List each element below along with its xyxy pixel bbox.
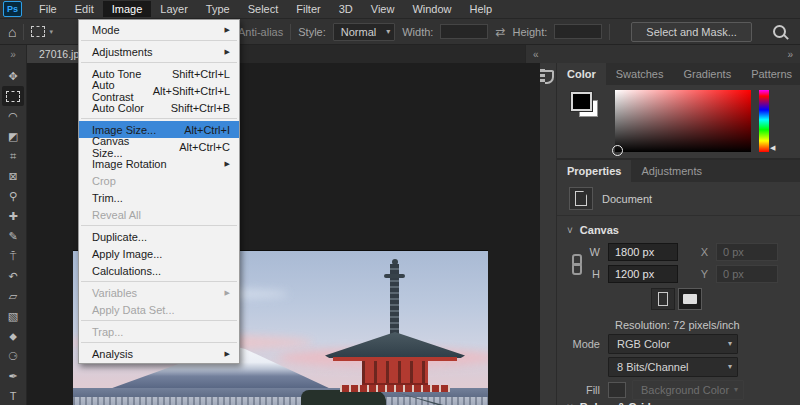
tab-adjustments[interactable]: Adjustments bbox=[631, 160, 712, 182]
width-input[interactable] bbox=[440, 24, 488, 39]
menu-item-calculations[interactable]: Calculations... bbox=[79, 262, 239, 279]
canvas-section-title: Canvas bbox=[580, 224, 619, 236]
properties-content: Document ˅ Canvas W X bbox=[557, 182, 800, 405]
canvas-height-input[interactable] bbox=[608, 265, 678, 283]
canvas-width-input[interactable] bbox=[608, 243, 678, 261]
menu-item-adjustments[interactable]: Adjustments▶ bbox=[79, 43, 239, 60]
menu-item-auto-contrast[interactable]: Auto ContrastAlt+Shift+Ctrl+L bbox=[79, 82, 239, 99]
tab-properties[interactable]: Properties bbox=[557, 160, 631, 182]
dodge-tool[interactable]: ⚆ bbox=[2, 346, 24, 366]
select-and-mask-button[interactable]: Select and Mask... bbox=[631, 22, 752, 42]
photoshop-logo[interactable]: Ps bbox=[3, 1, 22, 17]
link-dimensions-icon[interactable] bbox=[572, 254, 582, 275]
page-icon bbox=[575, 191, 587, 206]
image-dropdown-menu: Mode▶ Adjustments▶ Auto ToneShift+Ctrl+L… bbox=[78, 19, 240, 364]
menu-item-apply-data-set: Apply Data Set... bbox=[79, 301, 239, 318]
hue-slider-handle-icon[interactable]: ◀ bbox=[770, 144, 775, 152]
menu-help[interactable]: Help bbox=[461, 1, 502, 17]
tab-gradients[interactable]: Gradients bbox=[673, 63, 741, 85]
tab-patterns[interactable]: Patterns bbox=[741, 63, 800, 85]
healing-brush-tool[interactable]: ✚ bbox=[2, 206, 24, 226]
pagoda-lower-roof bbox=[303, 392, 487, 405]
menu-item-analysis[interactable]: Analysis▶ bbox=[79, 345, 239, 362]
swap-dimensions-icon[interactable]: ⇄ bbox=[495, 25, 505, 39]
type-tool[interactable]: T bbox=[2, 386, 24, 405]
color-panel-tabs: Color Swatches Gradients Patterns ≡ bbox=[557, 63, 800, 85]
foreground-color-swatch[interactable] bbox=[571, 92, 592, 111]
fill-swatch bbox=[608, 382, 626, 398]
pagoda-roof bbox=[325, 332, 465, 358]
menu-window[interactable]: Window bbox=[403, 1, 460, 17]
toolbar-overflow-icon[interactable]: » bbox=[0, 45, 27, 63]
color-picker-handle[interactable] bbox=[612, 145, 623, 156]
mode-row: Mode RGB Color▾ bbox=[557, 334, 800, 354]
rulers-grids-title: Rulers & Grids bbox=[580, 401, 657, 405]
blur-tool[interactable]: ⬥ bbox=[2, 326, 24, 346]
bit-depth-dropdown[interactable]: 8 Bits/Channel▾ bbox=[608, 357, 738, 377]
menu-edit[interactable]: Edit bbox=[66, 1, 103, 17]
home-icon[interactable]: ⌂ bbox=[8, 25, 16, 39]
menu-item-image-rotation[interactable]: Image Rotation▶ bbox=[79, 155, 239, 172]
lasso-tool[interactable]: ◠ bbox=[2, 106, 24, 126]
menu-item-apply-image[interactable]: Apply Image... bbox=[79, 245, 239, 262]
brush-tool[interactable]: ✎ bbox=[2, 226, 24, 246]
active-tool-icon[interactable] bbox=[31, 26, 45, 37]
height-label: Height: bbox=[512, 26, 547, 38]
height-input[interactable] bbox=[554, 24, 602, 39]
menu-item-crop: Crop bbox=[79, 172, 239, 189]
fill-dropdown: Background Color▾ bbox=[632, 380, 744, 400]
tab-swatches[interactable]: Swatches bbox=[606, 63, 674, 85]
history-panel-icon[interactable] bbox=[540, 69, 556, 83]
object-selection-tool[interactable]: ◩ bbox=[2, 126, 24, 146]
pen-tool[interactable]: ✒ bbox=[2, 366, 24, 386]
move-tool[interactable]: ✥ bbox=[2, 66, 24, 86]
menu-layer[interactable]: Layer bbox=[151, 1, 197, 17]
style-dropdown[interactable]: Normal▾ bbox=[333, 23, 395, 41]
canvas-section-header[interactable]: ˅ Canvas bbox=[557, 216, 800, 240]
tab-color[interactable]: Color bbox=[557, 63, 606, 85]
tools-panel: ✥ ◠ ◩ ⌗ ⊠ ⚲ ✚ ✎ ⍑ ↶ ▱ ▧ ⬥ ⚆ ✒ T bbox=[0, 63, 27, 405]
canvas-x-input bbox=[716, 243, 778, 261]
menu-image[interactable]: Image bbox=[103, 1, 152, 17]
clone-stamp-tool[interactable]: ⍑ bbox=[2, 246, 24, 266]
landscape-orientation-button[interactable] bbox=[678, 288, 702, 310]
portrait-orientation-button[interactable] bbox=[651, 288, 675, 310]
search-icon[interactable] bbox=[773, 25, 786, 38]
menu-filter[interactable]: Filter bbox=[287, 1, 329, 17]
tool-preset-chevron-icon[interactable]: ▾ bbox=[49, 28, 53, 36]
rulers-grids-section-header[interactable]: ˅ Rulers & Grids bbox=[557, 401, 657, 405]
collapse-panels-right-icon[interactable]: » bbox=[787, 49, 793, 60]
chevron-down-icon: ˅ bbox=[567, 225, 573, 236]
collapse-panels-left-icon[interactable]: « bbox=[533, 49, 539, 60]
menu-item-auto-color[interactable]: Auto ColorShift+Ctrl+B bbox=[79, 99, 239, 116]
menu-item-trim[interactable]: Trim... bbox=[79, 189, 239, 206]
eyedropper-tool[interactable]: ⚲ bbox=[2, 186, 24, 206]
properties-panel: Properties Adjustments ≡ Document ˅ Canv… bbox=[557, 160, 800, 405]
eraser-tool[interactable]: ▱ bbox=[2, 286, 24, 306]
fill-row: Fill Background Color▾ bbox=[557, 380, 800, 400]
menu-item-reveal-all: Reveal All bbox=[79, 206, 239, 223]
rectangular-marquee-tool[interactable] bbox=[2, 86, 24, 106]
menu-item-mode[interactable]: Mode▶ bbox=[79, 21, 239, 38]
mode-label: Mode bbox=[557, 338, 600, 350]
gradient-tool[interactable]: ▧ bbox=[2, 306, 24, 326]
history-brush-tool[interactable]: ↶ bbox=[2, 266, 24, 286]
menu-file[interactable]: File bbox=[30, 1, 66, 17]
height-row: H Y bbox=[557, 264, 800, 284]
menu-select[interactable]: Select bbox=[239, 1, 288, 17]
crop-tool[interactable]: ⌗ bbox=[2, 146, 24, 166]
panel-column: Color Swatches Gradients Patterns ≡ ◀ bbox=[557, 63, 800, 405]
menu-type[interactable]: Type bbox=[197, 1, 239, 17]
pagoda-spire-arms bbox=[384, 274, 405, 278]
frame-tool[interactable]: ⊠ bbox=[2, 166, 24, 186]
menu-item-trap: Trap... bbox=[79, 323, 239, 340]
menu-item-canvas-size[interactable]: Canvas Size...Alt+Ctrl+C bbox=[79, 138, 239, 155]
hue-slider[interactable] bbox=[759, 90, 769, 152]
menu-3d[interactable]: 3D bbox=[330, 1, 362, 17]
saturation-brightness-field[interactable] bbox=[615, 90, 751, 152]
menu-item-duplicate[interactable]: Duplicate... bbox=[79, 228, 239, 245]
menu-view[interactable]: View bbox=[362, 1, 404, 17]
anti-alias-label: Anti-alias bbox=[238, 26, 283, 38]
menu-separator bbox=[81, 62, 237, 63]
color-mode-dropdown[interactable]: RGB Color▾ bbox=[608, 334, 738, 354]
